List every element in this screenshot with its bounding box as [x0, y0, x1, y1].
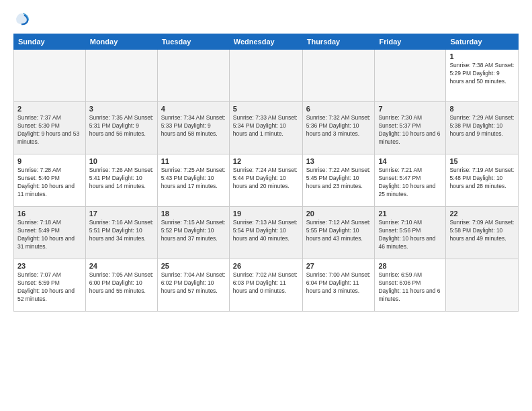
calendar-day-cell: 22Sunrise: 7:09 AM Sunset: 5:58 PM Dayli…	[446, 207, 519, 259]
day-number: 18	[161, 210, 226, 218]
day-info: Sunrise: 7:09 AM Sunset: 5:58 PM Dayligh…	[449, 219, 515, 243]
logo-icon	[13, 11, 30, 27]
day-info: Sunrise: 7:29 AM Sunset: 5:38 PM Dayligh…	[449, 114, 515, 138]
day-number: 2	[17, 105, 82, 113]
calendar-week-row: 9Sunrise: 7:28 AM Sunset: 5:40 PM Daylig…	[14, 154, 519, 207]
day-number: 16	[17, 210, 82, 218]
calendar-day-cell	[157, 50, 229, 102]
calendar-day-cell: 10Sunrise: 7:26 AM Sunset: 5:41 PM Dayli…	[85, 154, 157, 207]
weekday-header: Monday	[85, 34, 157, 50]
day-info: Sunrise: 7:25 AM Sunset: 5:43 PM Dayligh…	[161, 167, 226, 191]
calendar-day-cell: 2Sunrise: 7:37 AM Sunset: 5:30 PM Daylig…	[14, 102, 86, 154]
day-info: Sunrise: 7:37 AM Sunset: 5:30 PM Dayligh…	[17, 114, 82, 146]
calendar-day-cell	[375, 50, 446, 102]
day-number: 5	[233, 105, 299, 113]
calendar-day-cell: 1Sunrise: 7:38 AM Sunset: 5:29 PM Daylig…	[446, 50, 519, 102]
day-info: Sunrise: 7:02 AM Sunset: 6:03 PM Dayligh…	[233, 271, 299, 295]
calendar-day-cell: 9Sunrise: 7:28 AM Sunset: 5:40 PM Daylig…	[14, 154, 86, 207]
weekday-header: Friday	[375, 34, 446, 50]
day-info: Sunrise: 7:05 AM Sunset: 6:00 PM Dayligh…	[89, 271, 154, 295]
day-number: 6	[306, 105, 371, 113]
calendar: SundayMondayTuesdayWednesdayThursdayFrid…	[13, 34, 519, 312]
calendar-day-cell: 24Sunrise: 7:05 AM Sunset: 6:00 PM Dayli…	[85, 259, 157, 312]
calendar-day-cell	[85, 50, 157, 102]
calendar-day-cell: 21Sunrise: 7:10 AM Sunset: 5:56 PM Dayli…	[375, 207, 446, 259]
day-number: 9	[17, 157, 82, 165]
calendar-day-cell: 4Sunrise: 7:34 AM Sunset: 5:33 PM Daylig…	[157, 102, 229, 154]
day-number: 19	[233, 210, 299, 218]
day-number: 20	[306, 210, 371, 218]
calendar-week-row: 1Sunrise: 7:38 AM Sunset: 5:29 PM Daylig…	[14, 50, 519, 102]
calendar-week-row: 16Sunrise: 7:18 AM Sunset: 5:49 PM Dayli…	[14, 207, 519, 259]
calendar-week-row: 23Sunrise: 7:07 AM Sunset: 5:59 PM Dayli…	[14, 259, 519, 312]
calendar-day-cell: 26Sunrise: 7:02 AM Sunset: 6:03 PM Dayli…	[229, 259, 302, 312]
day-info: Sunrise: 7:19 AM Sunset: 5:48 PM Dayligh…	[449, 167, 515, 191]
calendar-day-cell: 13Sunrise: 7:22 AM Sunset: 5:45 PM Dayli…	[302, 154, 375, 207]
day-number: 11	[161, 157, 226, 165]
calendar-day-cell: 6Sunrise: 7:32 AM Sunset: 5:36 PM Daylig…	[302, 102, 375, 154]
day-number: 22	[449, 210, 515, 218]
weekday-header-row: SundayMondayTuesdayWednesdayThursdayFrid…	[14, 34, 519, 50]
day-info: Sunrise: 7:07 AM Sunset: 5:59 PM Dayligh…	[17, 271, 82, 304]
weekday-header: Sunday	[14, 34, 86, 50]
calendar-day-cell: 8Sunrise: 7:29 AM Sunset: 5:38 PM Daylig…	[446, 102, 519, 154]
calendar-day-cell: 11Sunrise: 7:25 AM Sunset: 5:43 PM Dayli…	[157, 154, 229, 207]
day-info: Sunrise: 7:38 AM Sunset: 5:29 PM Dayligh…	[449, 62, 515, 86]
day-info: Sunrise: 7:33 AM Sunset: 5:34 PM Dayligh…	[233, 114, 299, 138]
day-info: Sunrise: 7:24 AM Sunset: 5:44 PM Dayligh…	[233, 167, 299, 191]
day-info: Sunrise: 7:26 AM Sunset: 5:41 PM Dayligh…	[89, 167, 154, 191]
weekday-header: Tuesday	[157, 34, 229, 50]
calendar-day-cell: 12Sunrise: 7:24 AM Sunset: 5:44 PM Dayli…	[229, 154, 302, 207]
page: SundayMondayTuesdayWednesdayThursdayFrid…	[0, 0, 532, 411]
day-info: Sunrise: 6:59 AM Sunset: 6:06 PM Dayligh…	[378, 271, 442, 304]
day-number: 24	[89, 262, 154, 270]
weekday-header: Thursday	[302, 34, 375, 50]
calendar-day-cell: 15Sunrise: 7:19 AM Sunset: 5:48 PM Dayli…	[446, 154, 519, 207]
calendar-day-cell: 28Sunrise: 6:59 AM Sunset: 6:06 PM Dayli…	[375, 259, 446, 312]
calendar-day-cell: 20Sunrise: 7:12 AM Sunset: 5:55 PM Dayli…	[302, 207, 375, 259]
day-info: Sunrise: 7:30 AM Sunset: 5:37 PM Dayligh…	[378, 114, 442, 146]
calendar-day-cell: 7Sunrise: 7:30 AM Sunset: 5:37 PM Daylig…	[375, 102, 446, 154]
logo	[13, 11, 32, 27]
calendar-day-cell	[446, 259, 519, 312]
day-number: 21	[378, 210, 442, 218]
calendar-day-cell: 17Sunrise: 7:16 AM Sunset: 5:51 PM Dayli…	[85, 207, 157, 259]
day-number: 27	[306, 262, 371, 270]
calendar-day-cell	[14, 50, 86, 102]
day-number: 4	[161, 105, 226, 113]
day-info: Sunrise: 7:28 AM Sunset: 5:40 PM Dayligh…	[17, 167, 82, 199]
day-info: Sunrise: 7:16 AM Sunset: 5:51 PM Dayligh…	[89, 219, 154, 243]
day-number: 15	[449, 157, 515, 165]
day-number: 1	[449, 52, 515, 60]
day-number: 13	[306, 157, 371, 165]
day-number: 8	[449, 105, 515, 113]
day-number: 14	[378, 157, 442, 165]
calendar-day-cell: 27Sunrise: 7:00 AM Sunset: 6:04 PM Dayli…	[302, 259, 375, 312]
calendar-day-cell: 3Sunrise: 7:35 AM Sunset: 5:31 PM Daylig…	[85, 102, 157, 154]
day-info: Sunrise: 7:04 AM Sunset: 6:02 PM Dayligh…	[161, 271, 226, 295]
day-number: 12	[233, 157, 299, 165]
day-number: 26	[233, 262, 299, 270]
day-number: 23	[17, 262, 82, 270]
day-info: Sunrise: 7:18 AM Sunset: 5:49 PM Dayligh…	[17, 219, 82, 251]
calendar-day-cell: 23Sunrise: 7:07 AM Sunset: 5:59 PM Dayli…	[14, 259, 86, 312]
day-info: Sunrise: 7:10 AM Sunset: 5:56 PM Dayligh…	[378, 219, 442, 251]
calendar-week-row: 2Sunrise: 7:37 AM Sunset: 5:30 PM Daylig…	[14, 102, 519, 154]
calendar-day-cell	[229, 50, 302, 102]
calendar-day-cell: 18Sunrise: 7:15 AM Sunset: 5:52 PM Dayli…	[157, 207, 229, 259]
day-info: Sunrise: 7:34 AM Sunset: 5:33 PM Dayligh…	[161, 114, 226, 138]
day-info: Sunrise: 7:32 AM Sunset: 5:36 PM Dayligh…	[306, 114, 371, 138]
calendar-day-cell: 5Sunrise: 7:33 AM Sunset: 5:34 PM Daylig…	[229, 102, 302, 154]
day-number: 7	[378, 105, 442, 113]
day-number: 10	[89, 157, 154, 165]
calendar-day-cell: 16Sunrise: 7:18 AM Sunset: 5:49 PM Dayli…	[14, 207, 86, 259]
weekday-header: Wednesday	[229, 34, 302, 50]
calendar-day-cell	[302, 50, 375, 102]
calendar-day-cell: 19Sunrise: 7:13 AM Sunset: 5:54 PM Dayli…	[229, 207, 302, 259]
day-info: Sunrise: 7:13 AM Sunset: 5:54 PM Dayligh…	[233, 219, 299, 243]
day-info: Sunrise: 7:21 AM Sunset: 5:47 PM Dayligh…	[378, 167, 442, 199]
calendar-day-cell: 25Sunrise: 7:04 AM Sunset: 6:02 PM Dayli…	[157, 259, 229, 312]
weekday-header: Saturday	[446, 34, 519, 50]
header	[13, 11, 519, 27]
day-number: 25	[161, 262, 226, 270]
